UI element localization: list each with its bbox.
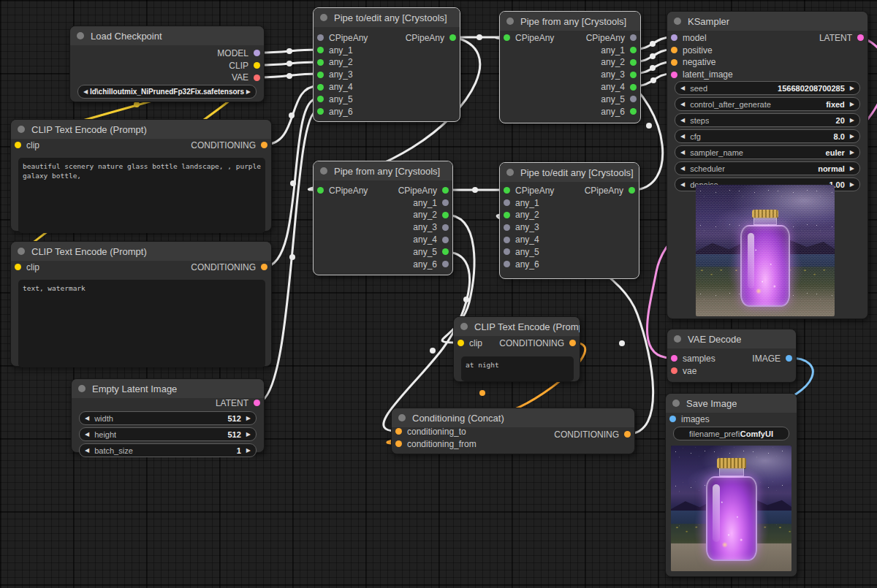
node-load-checkpoint[interactable]: Load Checkpoint MODELCLIPVAE ◀ld\chillou… bbox=[69, 26, 265, 102]
collapse-dot-icon[interactable] bbox=[506, 169, 514, 176]
increment-arrow-icon[interactable]: ▶ bbox=[850, 162, 854, 175]
decrement-arrow-icon[interactable]: ◀ bbox=[680, 82, 685, 94]
node-titlebar[interactable]: CLIP Text Encode (Prompt) bbox=[454, 317, 580, 336]
widget-steps[interactable]: ◀steps20▶ bbox=[675, 113, 860, 127]
input-slot-any_6[interactable]: any_6 bbox=[504, 258, 554, 270]
decrement-arrow-icon[interactable]: ◀ bbox=[680, 162, 685, 175]
slot-dot[interactable] bbox=[254, 75, 260, 81]
slot-dot[interactable] bbox=[504, 261, 510, 267]
slot-dot[interactable] bbox=[671, 59, 677, 66]
node-empty-latent-image[interactable]: Empty Latent Image LATENT ◀width512▶◀hei… bbox=[71, 378, 265, 453]
slot-dot[interactable] bbox=[317, 72, 324, 78]
slot-dot[interactable] bbox=[317, 187, 324, 194]
input-slot-any_1[interactable]: any_1 bbox=[317, 44, 368, 56]
collapse-dot-icon[interactable] bbox=[672, 400, 680, 407]
output-slot-VAE[interactable]: VAE bbox=[217, 72, 260, 84]
slot-dot[interactable] bbox=[317, 47, 324, 53]
collapse-dot-icon[interactable] bbox=[320, 14, 327, 21]
input-slot-samples[interactable]: samples bbox=[671, 353, 715, 365]
widget-seed[interactable]: ◀seed156680208700285▶ bbox=[675, 81, 860, 95]
slot-dot[interactable] bbox=[630, 108, 637, 115]
slot-dot[interactable] bbox=[449, 34, 456, 41]
input-slot-any_3[interactable]: any_3 bbox=[504, 221, 554, 234]
slot-dot[interactable] bbox=[442, 237, 449, 243]
node-pipe-to-edit-any-mid[interactable]: Pipe to/edit any [Crystools] CPipeAnyany… bbox=[499, 162, 639, 279]
decrement-arrow-icon[interactable]: ◀ bbox=[85, 412, 89, 424]
output-slot-any_4[interactable]: any_4 bbox=[398, 234, 449, 246]
widget-control_after_generate[interactable]: ◀control_after_generatefixed▶ bbox=[675, 97, 860, 111]
collapse-dot-icon[interactable] bbox=[78, 385, 86, 392]
input-slot-any_6[interactable]: any_6 bbox=[317, 105, 368, 118]
slot-dot[interactable] bbox=[671, 34, 677, 41]
slot-dot[interactable] bbox=[317, 59, 324, 66]
decrement-arrow-icon[interactable]: ◀ bbox=[680, 178, 685, 191]
slot-dot[interactable] bbox=[669, 416, 676, 422]
increment-arrow-icon[interactable]: ▶ bbox=[246, 444, 251, 457]
slot-dot[interactable] bbox=[630, 47, 637, 53]
slot-dot[interactable] bbox=[504, 187, 510, 194]
slot-dot[interactable] bbox=[15, 142, 21, 148]
node-clip-text-encode-positive[interactable]: CLIP Text Encode (Prompt) clip CONDITION… bbox=[10, 119, 272, 232]
output-slot-any_3[interactable]: any_3 bbox=[586, 69, 637, 81]
collapse-dot-icon[interactable] bbox=[18, 126, 25, 133]
decrement-arrow-icon[interactable]: ◀ bbox=[680, 98, 685, 110]
node-titlebar[interactable]: Pipe to/edit any [Crystools] bbox=[314, 8, 460, 27]
graph-canvas[interactable]: Load Checkpoint MODELCLIPVAE ◀ld\chillou… bbox=[0, 0, 877, 588]
collapse-dot-icon[interactable] bbox=[18, 248, 25, 255]
increment-arrow-icon[interactable]: ▶ bbox=[850, 130, 854, 142]
node-save-image[interactable]: Save Image images filename_prefixComfyUI bbox=[665, 393, 797, 577]
input-slot-vae[interactable]: vae bbox=[671, 364, 715, 377]
slot-dot[interactable] bbox=[671, 355, 677, 362]
increment-arrow-icon[interactable]: ▶ bbox=[850, 146, 854, 159]
input-slot-conditioning_from[interactable]: conditioning_from bbox=[395, 438, 477, 450]
widget-sampler_name[interactable]: ◀sampler_nameeuler▶ bbox=[675, 145, 860, 159]
node-titlebar[interactable]: Empty Latent Image bbox=[72, 379, 264, 398]
slot-dot[interactable] bbox=[442, 212, 449, 218]
slot-dot[interactable] bbox=[317, 34, 324, 41]
slot-dot[interactable] bbox=[504, 237, 510, 243]
slot-dot[interactable] bbox=[671, 367, 677, 374]
node-ksampler[interactable]: KSampler modelpositivenegativelatent_ima… bbox=[667, 11, 868, 319]
slot-dot[interactable] bbox=[569, 340, 576, 346]
widget-batch_size[interactable]: ◀batch_size1▶ bbox=[79, 443, 257, 457]
input-slot-CPipeAny[interactable]: CPipeAny bbox=[504, 185, 554, 197]
input-slot-positive[interactable]: positive bbox=[671, 44, 733, 56]
collapse-dot-icon[interactable] bbox=[398, 414, 406, 421]
slot-dot[interactable] bbox=[317, 84, 324, 91]
node-titlebar[interactable]: Conditioning (Concat) bbox=[392, 408, 634, 427]
input-slot-CPipeAny[interactable]: CPipeAny bbox=[317, 185, 368, 197]
node-conditioning-concat[interactable]: Conditioning (Concat) conditioning_tocon… bbox=[391, 408, 635, 454]
output-slot-any_3[interactable]: any_3 bbox=[398, 221, 449, 234]
slot-dot[interactable] bbox=[504, 224, 510, 231]
increment-arrow-icon[interactable]: ▶ bbox=[246, 428, 251, 440]
output-slot-any_6[interactable]: any_6 bbox=[398, 258, 449, 270]
output-slot-CLIP[interactable]: CLIP bbox=[217, 59, 260, 72]
input-slot-model[interactable]: model bbox=[671, 32, 733, 45]
slot-dot[interactable] bbox=[624, 431, 631, 438]
input-slot-clip[interactable]: clip bbox=[15, 261, 39, 274]
slot-dot[interactable] bbox=[857, 34, 864, 41]
input-slot-negative[interactable]: negative bbox=[671, 56, 733, 69]
output-slot-any_5[interactable]: any_5 bbox=[398, 245, 449, 258]
input-slot-any_1[interactable]: any_1 bbox=[504, 196, 554, 209]
output-slot-any_4[interactable]: any_4 bbox=[586, 81, 637, 93]
input-slot-any_4[interactable]: any_4 bbox=[317, 81, 368, 93]
node-vae-decode[interactable]: VAE Decode samplesvae IMAGE bbox=[667, 329, 797, 383]
output-slot-LATENT[interactable]: LATENT bbox=[216, 397, 260, 410]
node-titlebar[interactable]: CLIP Text Encode (Prompt) bbox=[11, 242, 271, 261]
slot-dot[interactable] bbox=[261, 264, 267, 270]
decrement-arrow-icon[interactable]: ◀ bbox=[85, 444, 89, 457]
slot-dot[interactable] bbox=[15, 264, 21, 270]
slot-dot[interactable] bbox=[504, 199, 510, 206]
widget-cfg[interactable]: ◀cfg8.0▶ bbox=[675, 129, 860, 143]
collapse-dot-icon[interactable] bbox=[320, 167, 327, 175]
collapse-dot-icon[interactable] bbox=[77, 32, 84, 39]
slot-dot[interactable] bbox=[442, 261, 449, 267]
slot-dot[interactable] bbox=[261, 142, 267, 148]
widget-value[interactable]: ◀ld\chilloutmix_NiPrunedFp32Fix.safetens… bbox=[77, 85, 257, 99]
input-slot-clip[interactable]: clip bbox=[15, 140, 39, 152]
slot-dot[interactable] bbox=[671, 72, 677, 78]
slot-dot[interactable] bbox=[504, 212, 510, 218]
output-slot-CPipeAny[interactable]: CPipeAny bbox=[406, 32, 456, 45]
output-slot-MODEL[interactable]: MODEL bbox=[217, 47, 260, 60]
